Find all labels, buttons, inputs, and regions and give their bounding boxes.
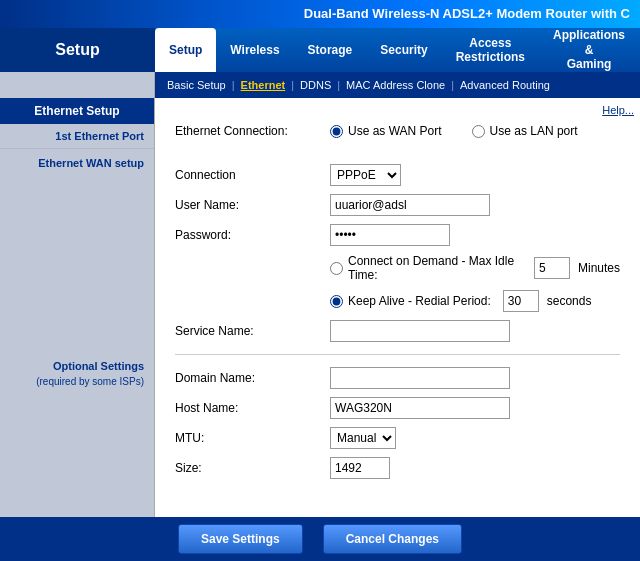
service-name-row: Service Name: xyxy=(175,320,620,342)
nav-tabs: Setup Wireless Storage Security AccessRe… xyxy=(155,28,640,72)
mtu-select[interactable]: Auto Manual xyxy=(330,427,396,449)
password-row: Password: xyxy=(175,224,620,246)
nav-tab-apps[interactable]: Applications &Gaming xyxy=(539,28,639,72)
sub-nav-ddns[interactable]: DDNS xyxy=(294,79,337,91)
username-value xyxy=(330,194,620,216)
redial-period-input[interactable] xyxy=(503,290,539,312)
wan-port-label: Use as WAN Port xyxy=(348,124,442,138)
sub-nav-ethernet[interactable]: Ethernet xyxy=(235,79,292,91)
mtu-value: Auto Manual xyxy=(330,427,620,449)
size-row: Size: xyxy=(175,457,620,479)
service-name-label: Service Name: xyxy=(175,324,330,338)
banner-text: Dual-Band Wireless-N ADSL2+ Modem Router… xyxy=(304,6,630,21)
username-row: User Name: xyxy=(175,194,620,216)
nav-tab-access[interactable]: AccessRestrictions xyxy=(442,28,539,72)
content-area: Ethernet Setup 1st Ethernet Port Etherne… xyxy=(0,98,640,517)
connection-select[interactable]: PPPoE DHCP Static IP L2TP PPTP xyxy=(330,164,401,186)
domain-name-input[interactable] xyxy=(330,367,510,389)
password-label: Password: xyxy=(175,228,330,242)
host-name-value xyxy=(330,397,620,419)
nav-tab-wireless[interactable]: Wireless xyxy=(216,28,293,72)
domain-name-label: Domain Name: xyxy=(175,371,330,385)
idle-time-input[interactable] xyxy=(534,257,570,279)
optional-label-2: (required by some ISPs) xyxy=(36,376,144,387)
nav-tab-setup[interactable]: Setup xyxy=(155,28,216,72)
lan-port-label: Use as LAN port xyxy=(490,124,578,138)
connect-on-demand-label: Connect on Demand - Max Idle Time: xyxy=(348,254,522,282)
lan-port-radio[interactable] xyxy=(472,125,485,138)
keep-alive-text: Keep Alive - Redial Period: xyxy=(348,294,491,308)
connect-on-demand-radio[interactable] xyxy=(330,262,343,275)
password-input[interactable] xyxy=(330,224,450,246)
keep-alive-radio[interactable] xyxy=(330,295,343,308)
connection-value: PPPoE DHCP Static IP L2TP PPTP xyxy=(330,164,620,186)
service-name-input[interactable] xyxy=(330,320,510,342)
wan-port-option[interactable]: Use as WAN Port xyxy=(330,124,442,138)
keep-alive-row: Keep Alive - Redial Period: seconds xyxy=(175,290,620,312)
host-name-input[interactable] xyxy=(330,397,510,419)
host-name-label: Host Name: xyxy=(175,401,330,415)
brand-label: Setup xyxy=(55,41,99,59)
sub-nav-advanced-routing[interactable]: Advanced Routing xyxy=(454,79,556,91)
brand-logo: Setup xyxy=(0,28,155,72)
sidebar-item-first-port[interactable]: 1st Ethernet Port xyxy=(0,124,154,149)
password-value xyxy=(330,224,620,246)
cancel-button[interactable]: Cancel Changes xyxy=(323,524,462,554)
size-value xyxy=(330,457,620,479)
minutes-label: Minutes xyxy=(578,261,620,275)
bottom-bar: Save Settings Cancel Changes xyxy=(0,517,640,561)
size-input[interactable] xyxy=(330,457,390,479)
wan-port-radio[interactable] xyxy=(330,125,343,138)
sidebar-item-wan-setup[interactable]: Ethernet WAN setup xyxy=(0,149,154,173)
save-button[interactable]: Save Settings xyxy=(178,524,303,554)
service-name-value xyxy=(330,320,620,342)
sub-nav: Basic Setup | Ethernet | DDNS | MAC Addr… xyxy=(155,72,640,98)
username-input[interactable] xyxy=(330,194,490,216)
ethernet-connection-options: Use as WAN Port Use as LAN port xyxy=(330,124,578,138)
connection-label: Connection xyxy=(175,168,330,182)
domain-name-row: Domain Name: xyxy=(175,367,620,389)
keep-alive-label: Keep Alive - Redial Period: xyxy=(348,294,491,308)
main-content: Help... Ethernet Connection: Use as WAN … xyxy=(155,98,640,517)
nav-tab-security[interactable]: Security xyxy=(366,28,441,72)
divider-1 xyxy=(175,354,620,355)
optional-label-1: Optional Settings xyxy=(53,360,144,372)
lan-port-option[interactable]: Use as LAN port xyxy=(472,124,578,138)
sidebar-optional-settings: Optional Settings (required by some ISPs… xyxy=(0,353,154,396)
host-name-row: Host Name: xyxy=(175,397,620,419)
connect-on-demand-text: Connect on Demand - Max Idle Time: xyxy=(348,254,514,282)
sidebar: Ethernet Setup 1st Ethernet Port Etherne… xyxy=(0,98,155,517)
top-banner: Dual-Band Wireless-N ADSL2+ Modem Router… xyxy=(0,0,640,28)
connection-row: Connection PPPoE DHCP Static IP L2TP PPT… xyxy=(175,164,620,186)
help-link[interactable]: Help... xyxy=(602,104,634,116)
mtu-label: MTU: xyxy=(175,431,330,445)
mtu-row: MTU: Auto Manual xyxy=(175,427,620,449)
form-section: Ethernet Connection: Use as WAN Port Use… xyxy=(155,98,640,497)
nav-tab-storage[interactable]: Storage xyxy=(294,28,367,72)
main-nav: Setup Setup Wireless Storage Security Ac… xyxy=(0,28,640,72)
seconds-label: seconds xyxy=(547,294,592,308)
size-label: Size: xyxy=(175,461,330,475)
ethernet-connection-label: Ethernet Connection: xyxy=(175,124,330,138)
sidebar-title: Ethernet Setup xyxy=(0,98,154,124)
sub-nav-basic-setup[interactable]: Basic Setup xyxy=(161,79,232,91)
domain-name-value xyxy=(330,367,620,389)
ethernet-connection-row: Ethernet Connection: Use as WAN Port Use… xyxy=(175,114,620,148)
connect-on-demand-row: Connect on Demand - Max Idle Time: Minut… xyxy=(175,254,620,282)
username-label: User Name: xyxy=(175,198,330,212)
sub-nav-mac-address[interactable]: MAC Address Clone xyxy=(340,79,451,91)
